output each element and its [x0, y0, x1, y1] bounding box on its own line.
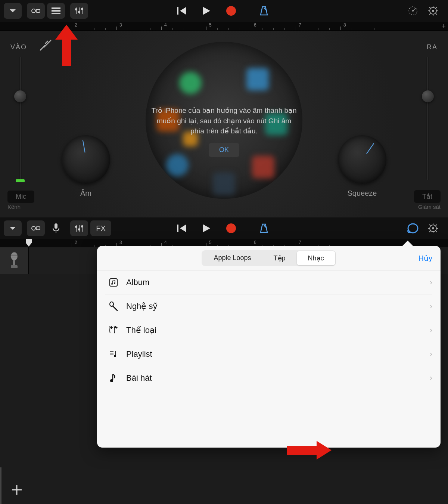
- chevron-right-icon: ›: [430, 302, 432, 311]
- fx-button[interactable]: FX: [90, 220, 111, 236]
- view-tracks-button[interactable]: [47, 3, 65, 19]
- svg-point-64: [115, 326, 116, 327]
- metronome-button[interactable]: [255, 3, 273, 19]
- annotation-arrow-2: [283, 439, 335, 461]
- go-to-start-button-2[interactable]: [173, 220, 191, 236]
- svg-point-0: [32, 9, 35, 13]
- svg-line-16: [413, 8, 416, 11]
- svg-point-38: [226, 223, 236, 233]
- annotation-arrow-1: [52, 21, 81, 69]
- play-button[interactable]: [197, 3, 215, 19]
- input-level-slider[interactable]: [19, 57, 22, 180]
- tip-text: Trỏ iPhone của bạn hướng vào âm thanh bạ…: [151, 105, 297, 136]
- svg-rect-29: [55, 223, 57, 229]
- track-controls-button-2[interactable]: [70, 220, 88, 236]
- record-button[interactable]: [222, 3, 240, 19]
- tone-knob[interactable]: Âm: [56, 135, 116, 198]
- add-section-button[interactable]: +: [442, 22, 446, 30]
- ruler-marker: 5: [209, 22, 212, 28]
- side-indicator: [0, 467, 1, 504]
- loop-browser-popover: Apple LoopsTệpNhạc Hủy Album›Nghệ sỹ›Thể…: [97, 246, 441, 448]
- ruler-marker: 3: [119, 240, 122, 245]
- view-instrument-button-2[interactable]: [27, 220, 45, 236]
- segment-tệp[interactable]: Tệp: [262, 251, 297, 265]
- svg-point-40: [408, 224, 418, 233]
- chevron-right-icon: ›: [430, 373, 432, 383]
- svg-point-27: [32, 226, 35, 230]
- svg-rect-52: [13, 260, 15, 265]
- cancel-button[interactable]: Hủy: [419, 254, 432, 263]
- mic-button[interactable]: Mic: [7, 191, 34, 203]
- metronome-button-2[interactable]: [255, 220, 273, 236]
- svg-point-63: [114, 326, 115, 327]
- svg-point-68: [114, 355, 116, 357]
- source-segmented-control[interactable]: Apple LoopsTệpNhạc: [202, 250, 336, 266]
- list-row-nghệ-sỹ[interactable]: Nghệ sỹ›: [105, 294, 432, 318]
- browser-toggle-button[interactable]: [4, 3, 22, 19]
- ok-button[interactable]: OK: [209, 143, 239, 157]
- svg-point-8: [78, 11, 80, 13]
- ruler-marker: 6: [254, 240, 256, 245]
- view-instrument-button[interactable]: [27, 3, 45, 19]
- browser-toggle-button-2[interactable]: [4, 220, 22, 236]
- row-label: Nghệ sỹ: [122, 302, 430, 311]
- svg-point-61: [109, 326, 111, 327]
- row-label: Playlist: [122, 349, 430, 359]
- loop-browser-button[interactable]: [404, 220, 422, 236]
- chevron-right-icon: ›: [430, 349, 432, 359]
- chevron-right-icon: ›: [430, 325, 432, 335]
- segment-apple-loops[interactable]: Apple Loops: [202, 251, 262, 265]
- tuning-button[interactable]: [404, 3, 422, 19]
- microphone-icon[interactable]: [47, 220, 65, 236]
- list-row-album[interactable]: Album›: [105, 270, 432, 294]
- svg-line-49: [429, 231, 430, 232]
- record-button-2[interactable]: [222, 220, 240, 236]
- row-label: Album: [122, 278, 430, 287]
- row-icon: [105, 325, 122, 336]
- svg-line-25: [429, 13, 430, 15]
- settings-button[interactable]: [424, 3, 442, 19]
- plug-icon: [37, 38, 52, 53]
- ruler-marker: 8: [343, 22, 346, 28]
- svg-rect-4: [52, 13, 60, 14]
- svg-point-58: [114, 282, 115, 284]
- list-row-bài-hát[interactable]: Bài hát›: [105, 366, 432, 390]
- ruler-marker: 4: [164, 22, 167, 28]
- svg-point-34: [78, 228, 80, 231]
- svg-point-26: [432, 10, 434, 12]
- svg-line-60: [113, 306, 117, 310]
- settings-button-2[interactable]: [424, 220, 442, 236]
- channel-label: Kênh: [7, 204, 34, 210]
- svg-rect-2: [52, 7, 60, 9]
- toolbar-bottom: FX: [0, 217, 448, 239]
- playhead-icon[interactable]: [25, 238, 32, 247]
- list-row-playlist[interactable]: Playlist›: [105, 342, 432, 366]
- svg-line-48: [436, 225, 437, 226]
- svg-point-57: [111, 283, 113, 285]
- svg-line-24: [436, 7, 437, 8]
- ruler-marker: 4: [164, 240, 167, 245]
- toolbar-top: [0, 0, 448, 22]
- add-track-button[interactable]: [10, 483, 23, 496]
- svg-point-51: [11, 252, 18, 260]
- go-to-start-button[interactable]: [173, 3, 191, 19]
- monitor-toggle-button[interactable]: Tắt: [414, 190, 441, 203]
- track-header[interactable]: [0, 247, 28, 274]
- svg-point-62: [111, 326, 112, 327]
- ruler-marker: 7: [299, 22, 301, 28]
- squeeze-knob[interactable]: Squeeze: [332, 135, 392, 198]
- output-level-slider[interactable]: [426, 57, 429, 180]
- svg-rect-28: [36, 227, 40, 230]
- row-icon: [105, 349, 122, 359]
- svg-rect-53: [11, 265, 18, 268]
- list-row-thể-loại[interactable]: Thể loại›: [105, 318, 432, 342]
- row-label: Thể loại: [122, 325, 430, 335]
- monitor-label: Giám sát: [414, 204, 441, 210]
- play-button-2[interactable]: [197, 220, 215, 236]
- svg-point-69: [110, 379, 113, 382]
- track-controls-button[interactable]: [70, 3, 88, 19]
- svg-point-32: [75, 226, 77, 228]
- output-label: RA: [427, 43, 438, 51]
- segment-nhạc[interactable]: Nhạc: [297, 251, 335, 265]
- chevron-right-icon: ›: [430, 278, 432, 287]
